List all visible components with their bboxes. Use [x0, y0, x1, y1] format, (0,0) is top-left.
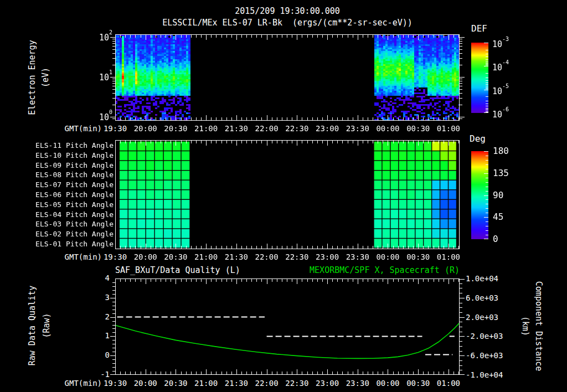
time-tick	[161, 35, 161, 38]
time-tick-label: 21:30	[220, 124, 253, 133]
distance-tick	[460, 307, 462, 308]
time-tick	[221, 141, 222, 143]
time-tick	[191, 117, 192, 120]
time-tick	[171, 35, 171, 38]
lineplot-left-axis-label: Raw Data Quality	[27, 286, 37, 366]
time-tick	[458, 246, 459, 249]
time-tick-label: 22:00	[250, 379, 284, 388]
time-tick	[282, 117, 282, 120]
quality-tick	[112, 348, 115, 348]
time-tick	[317, 246, 318, 249]
lineplot-left-axis-unit: (Raw)	[42, 313, 51, 338]
def-colorbar-tick	[486, 56, 488, 57]
time-tick	[312, 279, 313, 282]
quality-distance-plot[interactable]	[115, 278, 460, 375]
time-tick	[428, 35, 429, 38]
time-tick	[135, 35, 136, 38]
time-tick	[135, 372, 136, 374]
energy-tick-label: 101	[83, 72, 112, 82]
time-tick	[292, 246, 292, 249]
time-tick	[196, 35, 197, 38]
time-tick	[216, 246, 217, 249]
time-tick	[337, 372, 338, 374]
time-tick	[186, 35, 187, 38]
time-tick	[176, 279, 176, 284]
quality-tick	[112, 328, 115, 329]
energy-tick	[112, 86, 115, 86]
time-tick	[423, 35, 424, 38]
energy-tick	[112, 39, 115, 39]
time-tick	[302, 117, 302, 120]
time-tick	[332, 246, 333, 249]
time-tick	[383, 372, 383, 374]
distance-tick	[460, 346, 462, 347]
time-tick	[282, 246, 282, 249]
quality-tick	[112, 352, 115, 352]
time-tick	[322, 35, 323, 38]
deg-colorbar-tick	[484, 239, 488, 239]
time-tick	[272, 372, 272, 374]
quality-tick	[112, 294, 115, 295]
time-tick	[261, 372, 262, 374]
time-tick-label: 20:00	[129, 379, 162, 388]
quality-tick	[112, 290, 115, 291]
time-tick	[216, 141, 217, 143]
def-colorbar-tick	[486, 112, 488, 112]
time-tick-label: 00:30	[401, 252, 435, 261]
time-tick	[282, 279, 282, 282]
time-tick	[453, 246, 454, 249]
time-tick	[383, 117, 383, 120]
time-tick	[135, 117, 136, 120]
time-tick	[130, 117, 131, 120]
time-tick	[256, 279, 257, 282]
time-tick	[312, 117, 313, 120]
pitch-row-label: ELS-11 Pitch Angle	[22, 141, 114, 149]
time-tick	[130, 141, 131, 143]
pitch-row-label: ELS-06 Pitch Angle	[22, 190, 114, 199]
time-tick	[196, 117, 197, 120]
time-tick	[317, 117, 318, 120]
energy-tick	[112, 79, 115, 79]
time-tick	[398, 246, 399, 249]
time-tick	[206, 141, 207, 146]
time-tick	[423, 117, 424, 120]
time-tick	[393, 246, 394, 249]
time-tick	[337, 246, 338, 249]
time-tick	[156, 141, 156, 143]
def-colorbar-tick	[486, 63, 488, 63]
distance-tick	[460, 322, 462, 322]
energy-tick	[460, 86, 462, 86]
energy-tick	[112, 46, 115, 47]
time-tick	[398, 372, 399, 374]
pitch-angle-grid[interactable]	[115, 140, 460, 249]
time-tick	[236, 369, 237, 374]
time-tick	[434, 246, 434, 249]
time-tick	[418, 115, 419, 120]
time-tick-label: 20:30	[159, 252, 192, 261]
electron-energy-spectrogram[interactable]	[115, 34, 460, 121]
time-tick	[135, 246, 136, 249]
time-tick	[287, 141, 287, 143]
energy-tick	[112, 53, 115, 54]
time-tick	[317, 279, 318, 282]
time-tick	[176, 115, 176, 120]
time-tick	[251, 141, 252, 143]
time-tick	[186, 246, 187, 249]
time-tick	[398, 141, 399, 143]
time-tick	[449, 141, 449, 146]
energy-tick	[460, 83, 462, 84]
time-tick	[141, 35, 141, 38]
lineplot-right-axis-unit: (km)	[520, 316, 530, 336]
time-tick	[307, 117, 308, 120]
time-tick	[363, 279, 363, 282]
time-tick	[287, 279, 287, 282]
time-tick	[282, 35, 282, 38]
time-tick	[444, 246, 444, 249]
lineplot-right-axis-label: Component Distance	[534, 281, 544, 372]
time-tick	[363, 246, 363, 249]
quality-tick-label: 1	[84, 331, 110, 340]
time-tick	[332, 279, 333, 282]
time-tick	[413, 117, 414, 120]
time-tick	[317, 35, 318, 38]
time-tick	[241, 246, 242, 249]
